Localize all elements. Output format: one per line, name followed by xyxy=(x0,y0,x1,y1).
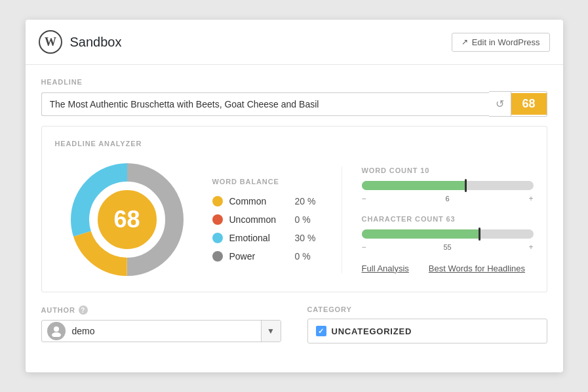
refresh-button[interactable]: ↺ xyxy=(489,92,511,116)
headline-section-label: HEADLINE xyxy=(41,78,547,86)
uncommon-dot xyxy=(212,214,223,225)
char-count-minus: − xyxy=(362,243,366,252)
donut-score: 68 xyxy=(113,206,140,233)
word-count-minus: − xyxy=(362,194,366,203)
author-col: AUTHOR ? demo ▼ xyxy=(41,305,281,343)
header-left: W Sandbox xyxy=(39,30,122,54)
checkmark-icon: ✓ xyxy=(318,327,324,336)
char-count-value: 55 xyxy=(443,243,451,251)
meta-row: AUTHOR ? demo ▼ xyxy=(41,305,547,343)
char-count-label: CHARACTER COUNT 63 xyxy=(362,215,534,223)
emotional-pct: 30 % xyxy=(295,233,321,243)
char-count-range: − 55 + xyxy=(362,243,534,252)
balance-item-emotional: Emotional 30 % xyxy=(212,233,335,243)
word-count-fill xyxy=(362,181,465,190)
author-label: AUTHOR ? xyxy=(41,305,281,315)
power-label: Power xyxy=(229,251,288,262)
author-chevron-icon[interactable]: ▼ xyxy=(261,321,281,342)
card-body: HEADLINE ↺ 68 HEADLINE ANALYZER xyxy=(26,65,563,357)
author-select[interactable]: demo ▼ xyxy=(41,320,281,342)
balance-item-common: Common 20 % xyxy=(212,196,335,206)
author-label-text: AUTHOR xyxy=(41,306,75,314)
main-card: W Sandbox ↗ Edit in WordPress HEADLINE ↺… xyxy=(26,20,563,372)
word-count-label: WORD COUNT 10 xyxy=(362,167,534,174)
uncommon-label: Uncommon xyxy=(229,214,288,225)
char-count-marker xyxy=(479,227,480,241)
word-count-range: − 6 + xyxy=(362,194,534,203)
word-count-slider xyxy=(362,181,534,190)
char-count-slider xyxy=(362,229,534,239)
headline-row: ↺ 68 xyxy=(41,91,547,117)
word-count-marker xyxy=(465,179,467,192)
char-count-section: CHARACTER COUNT 63 − 55 + xyxy=(362,215,534,252)
chevron-down-icon: ▼ xyxy=(267,326,275,336)
headline-input[interactable] xyxy=(41,92,489,116)
headline-actions: ↺ 68 xyxy=(489,91,547,117)
common-pct: 20 % xyxy=(295,196,321,206)
author-question-mark: ? xyxy=(79,305,88,315)
site-title: Sandbox xyxy=(70,35,122,50)
balance-item-uncommon: Uncommon 0 % xyxy=(212,214,335,225)
common-dot xyxy=(212,196,223,206)
best-words-link[interactable]: Best Words for Headlines xyxy=(429,264,525,273)
power-dot xyxy=(212,251,223,262)
category-label: CATEGORY xyxy=(307,305,547,313)
word-count-value: 6 xyxy=(445,195,449,203)
donut-center: 68 xyxy=(94,187,160,252)
analyzer-box: HEADLINE ANALYZER xyxy=(41,126,547,292)
author-name: demo xyxy=(66,321,261,342)
emotional-dot xyxy=(212,233,223,243)
analyzer-content: 68 WORD BALANCE Common 20 % xyxy=(55,161,534,279)
analyzer-label: HEADLINE ANALYZER xyxy=(55,140,534,147)
analysis-links: Full Analysis Best Words for Headlines xyxy=(362,264,534,273)
common-label: Common xyxy=(229,196,288,206)
user-icon xyxy=(50,325,62,337)
char-count-fill xyxy=(362,229,479,239)
edit-button-label: Edit in WordPress xyxy=(472,37,540,47)
category-box: ✓ UNCATEGORIZED xyxy=(307,319,547,343)
word-count-section: WORD COUNT 10 − 6 + xyxy=(362,167,534,203)
edit-in-wordpress-button[interactable]: ↗ Edit in WordPress xyxy=(452,33,550,52)
word-balance-title: WORD BALANCE xyxy=(212,178,335,186)
word-balance-panel: WORD BALANCE Common 20 % Uncommon 0 % xyxy=(199,178,335,262)
category-label-text: CATEGORY xyxy=(307,305,352,313)
author-avatar xyxy=(47,322,66,340)
balance-item-power: Power 0 % xyxy=(212,251,335,262)
uncommon-pct: 0 % xyxy=(295,214,321,225)
category-col: CATEGORY ✓ UNCATEGORIZED xyxy=(307,305,547,343)
full-analysis-link[interactable]: Full Analysis xyxy=(362,264,409,273)
svg-text:W: W xyxy=(45,35,56,49)
metrics-panel: WORD COUNT 10 − 6 + CHARACTER C xyxy=(342,167,534,273)
donut-chart: 68 xyxy=(68,161,186,279)
category-checkbox[interactable]: ✓ xyxy=(316,326,326,336)
power-pct: 0 % xyxy=(295,251,321,262)
card-header: W Sandbox ↗ Edit in WordPress xyxy=(26,20,563,65)
external-link-icon: ↗ xyxy=(461,37,468,47)
wordpress-logo: W xyxy=(39,30,62,54)
balance-items: Common 20 % Uncommon 0 % Emotional 30 % xyxy=(212,196,335,262)
refresh-icon: ↺ xyxy=(496,98,504,109)
svg-point-3 xyxy=(54,326,59,332)
donut-chart-container: 68 xyxy=(55,161,199,279)
headline-score-badge: 68 xyxy=(511,93,547,115)
word-count-plus: + xyxy=(528,194,533,203)
char-count-plus: + xyxy=(528,243,533,252)
svg-point-4 xyxy=(52,332,61,337)
category-value: UNCATEGORIZED xyxy=(332,326,412,336)
emotional-label: Emotional xyxy=(229,233,288,243)
